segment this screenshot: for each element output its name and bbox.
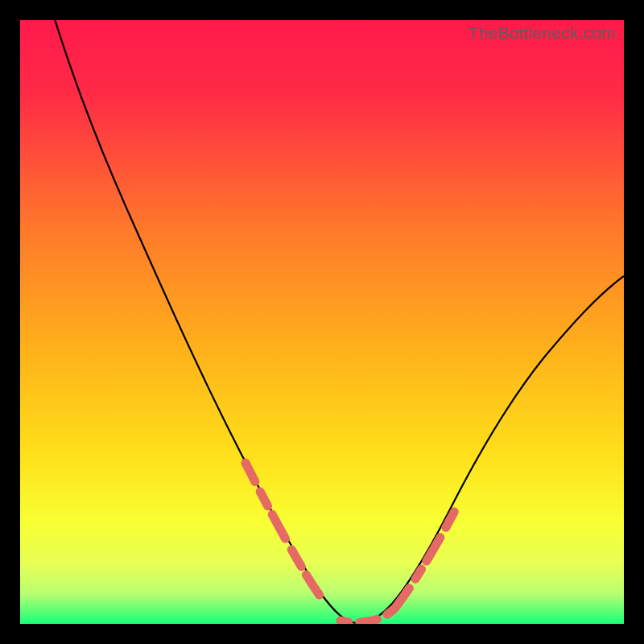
watermark-text: TheBottleneck.com bbox=[469, 23, 616, 43]
bottleneck-chart bbox=[20, 20, 624, 624]
chart-frame: TheBottleneck.com bbox=[20, 20, 624, 624]
gradient-background bbox=[20, 20, 624, 624]
